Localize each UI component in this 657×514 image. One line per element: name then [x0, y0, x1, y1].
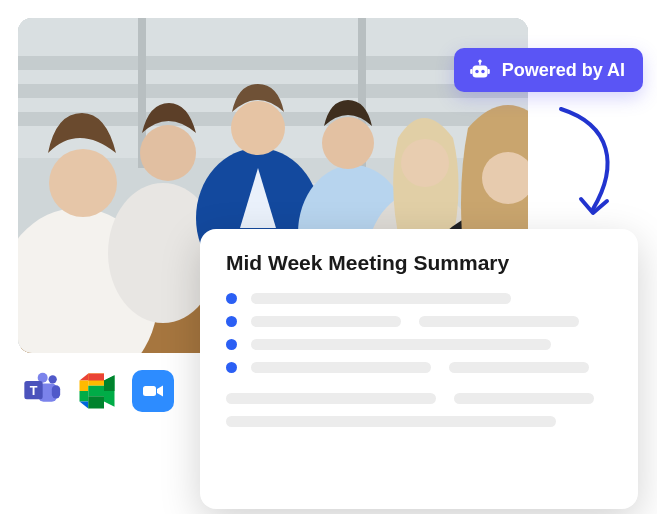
skeleton-line — [419, 316, 579, 327]
bullet-dot-icon — [226, 339, 237, 350]
svg-marker-48 — [157, 386, 163, 397]
svg-rect-27 — [472, 66, 487, 78]
robot-icon — [468, 58, 492, 82]
skeleton-line — [251, 316, 401, 327]
bullet-dot-icon — [226, 362, 237, 373]
svg-marker-45 — [104, 375, 115, 391]
google-meet-icon — [76, 373, 118, 409]
ai-badge-label: Powered by AI — [502, 60, 625, 81]
svg-text:T: T — [30, 384, 38, 398]
svg-rect-43 — [88, 396, 104, 408]
svg-rect-2 — [18, 56, 528, 70]
svg-point-18 — [231, 101, 285, 155]
summary-bullet-row — [226, 339, 612, 350]
svg-rect-46 — [88, 374, 104, 381]
svg-point-33 — [49, 375, 57, 383]
svg-point-29 — [481, 70, 484, 73]
summary-bullet-row — [226, 362, 612, 373]
card-title: Mid Week Meeting Summary — [226, 251, 612, 275]
skeleton-line — [251, 339, 551, 350]
powered-by-ai-badge: Powered by AI — [454, 48, 643, 92]
skeleton-line — [226, 393, 436, 404]
bullet-dot-icon — [226, 293, 237, 304]
summary-bullet-row — [226, 293, 612, 304]
meeting-summary-card: Mid Week Meeting Summary — [200, 229, 638, 509]
svg-rect-47 — [143, 386, 156, 396]
integration-app-icons: T — [20, 370, 174, 412]
svg-rect-26 — [479, 62, 481, 65]
skeleton-line — [251, 362, 431, 373]
svg-rect-42 — [88, 386, 104, 397]
svg-point-28 — [475, 70, 478, 73]
svg-rect-35 — [52, 385, 60, 398]
svg-point-15 — [140, 125, 196, 181]
bullet-dot-icon — [226, 316, 237, 327]
svg-marker-40 — [80, 402, 89, 409]
summary-bullet-row — [226, 316, 612, 327]
zoom-icon — [132, 370, 174, 412]
svg-rect-31 — [487, 69, 489, 74]
skeleton-line — [251, 293, 511, 304]
skeleton-line — [454, 393, 594, 404]
svg-rect-30 — [470, 69, 472, 74]
microsoft-teams-icon: T — [20, 370, 62, 412]
svg-point-22 — [401, 139, 449, 187]
arrow-icon — [541, 105, 631, 225]
hero-stage: Powered by AI Mid Week Meeting Summary — [0, 0, 657, 514]
svg-rect-38 — [80, 381, 89, 392]
svg-point-13 — [49, 149, 117, 217]
summary-paragraph-block — [226, 393, 612, 427]
skeleton-line — [226, 416, 556, 427]
svg-rect-39 — [80, 391, 89, 402]
svg-point-20 — [322, 117, 374, 169]
skeleton-line — [449, 362, 589, 373]
